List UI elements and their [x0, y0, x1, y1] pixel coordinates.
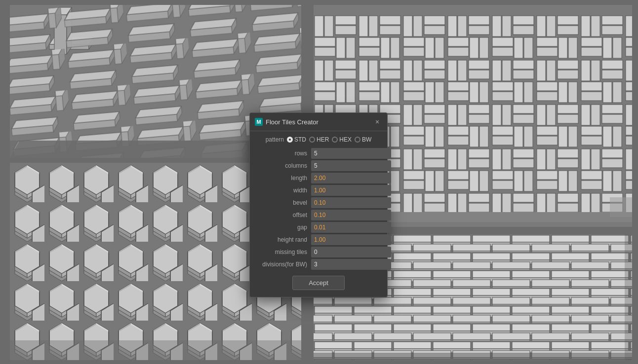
radio-std[interactable]: STD — [287, 136, 306, 143]
pattern-label: pattern — [257, 136, 284, 143]
field-input-columns[interactable] — [311, 160, 391, 171]
dialog-title: Floor Tiles Creator — [266, 118, 369, 126]
pattern-row: pattern STD HER HEX BW — [257, 136, 380, 143]
field-label-3: width — [257, 187, 311, 194]
form-row-divisions(for-BW): divisions(for BW) — [257, 259, 380, 270]
field-input-offset[interactable] — [311, 210, 391, 220]
field-input-rows[interactable] — [311, 148, 391, 159]
field-input-missing-tiles[interactable] — [311, 247, 391, 257]
radio-dot-std — [287, 137, 293, 143]
form-row-length: length — [257, 173, 380, 183]
svg-rect-42 — [10, 340, 301, 360]
dialog-titlebar: M Floor Tiles Creator × — [250, 113, 387, 131]
radio-dot-her — [309, 137, 315, 143]
form-row-columns: columns — [257, 160, 380, 171]
radio-her[interactable]: HER — [309, 136, 329, 143]
field-label-7: height rand — [257, 236, 311, 243]
form-row-offset: offset — [257, 210, 380, 220]
radio-hex[interactable]: HEX — [332, 136, 352, 143]
floor-tiles-dialog: M Floor Tiles Creator × pattern STD HER … — [249, 112, 388, 297]
accept-button[interactable]: Accept — [292, 276, 345, 290]
svg-rect-51 — [625, 234, 632, 360]
pattern-radio-group: STD HER HEX BW — [287, 136, 371, 143]
field-label-5: offset — [257, 212, 311, 218]
form-row-bevel: bevel — [257, 197, 380, 208]
radio-label-std: STD — [294, 136, 306, 143]
form-row-rows: rows — [257, 148, 380, 159]
dialog-body: pattern STD HER HEX BW — [250, 131, 387, 297]
field-label-4: bevel — [257, 199, 311, 206]
field-input-divisions(for-BW)[interactable] — [311, 259, 391, 270]
field-label-0: rows — [257, 150, 311, 157]
dialog-close-button[interactable]: × — [372, 117, 382, 127]
field-input-bevel[interactable] — [311, 197, 391, 208]
form-row-missing-tiles: missing tiles — [257, 247, 380, 257]
radio-label-bw: BW — [362, 136, 371, 143]
radio-dot-bw — [355, 137, 360, 143]
dialog-app-icon: M — [255, 118, 263, 126]
field-input-width[interactable] — [311, 185, 391, 196]
field-input-gap[interactable] — [311, 222, 391, 233]
radio-dot-hex — [332, 137, 338, 143]
radio-label-hex: HEX — [339, 136, 352, 143]
form-row-height-rand: height rand — [257, 234, 380, 245]
form-row-width: width — [257, 185, 380, 196]
field-input-height-rand[interactable] — [311, 234, 391, 245]
field-label-2: length — [257, 175, 311, 182]
field-label-6: gap — [257, 224, 311, 231]
form-fields: rowscolumnslengthwidthbeveloffsetgapheig… — [257, 148, 380, 270]
radio-label-her: HER — [317, 136, 329, 143]
field-label-8: missing tiles — [257, 249, 311, 255]
field-label-9: divisions(for BW) — [257, 261, 311, 268]
field-input-length[interactable] — [311, 173, 391, 183]
radio-bw[interactable]: BW — [355, 136, 371, 143]
svg-rect-52 — [314, 353, 632, 360]
field-label-1: columns — [257, 162, 311, 169]
form-row-gap: gap — [257, 222, 380, 233]
